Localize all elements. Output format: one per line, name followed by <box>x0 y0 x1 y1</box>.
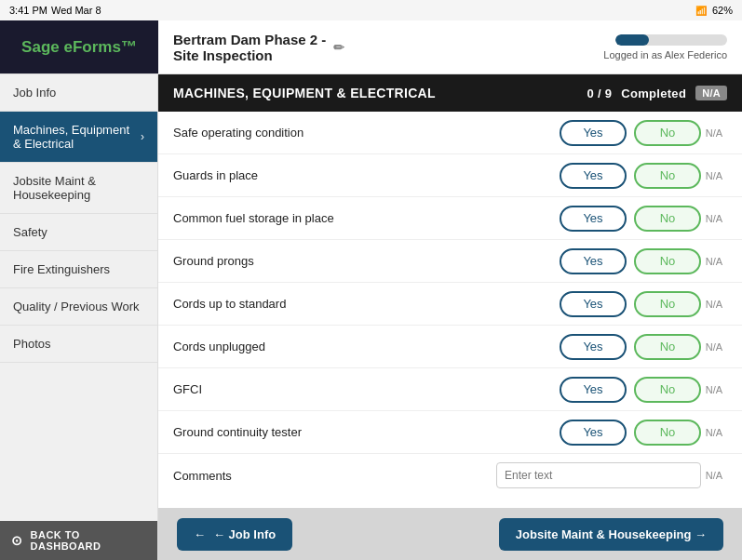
yes-button-continuity[interactable]: Yes <box>560 420 627 446</box>
form-label: Cords up to standard <box>173 297 560 311</box>
form-label: Common fuel storage in place <box>173 211 560 225</box>
progress-bar-fill <box>615 34 649 46</box>
sidebar-item-photos[interactable]: Photos <box>0 326 157 363</box>
form-label: Guards in place <box>173 168 560 182</box>
progress-count: 0 / 9 <box>587 87 612 100</box>
na-label: N/A <box>701 170 727 181</box>
yes-button-gfci[interactable]: Yes <box>560 377 627 403</box>
form-row-cords-unplugged: Cords unplugged Yes No N/A <box>158 326 742 368</box>
app-header: Sage eForms™ Bertram Dam Phase 2 - Site … <box>0 20 742 74</box>
no-button-cords-standard[interactable]: No <box>634 291 701 317</box>
logo-product: eForms™ <box>60 38 137 56</box>
form-row-fuel-storage: Common fuel storage in place Yes No N/A <box>158 197 742 240</box>
form-label: Ground prongs <box>173 254 560 268</box>
form-row-ground-prongs: Ground prongs Yes No N/A <box>158 240 742 283</box>
form-label: GFCI <box>173 382 560 396</box>
form-row-gfci: GFCI Yes No N/A <box>158 368 742 411</box>
battery-text: 62% <box>712 5 733 16</box>
logged-in-text: Logged in as Alex Federico <box>603 49 727 60</box>
logo: Sage eForms™ <box>21 38 137 57</box>
bottom-nav: ← ← Job Info Jobsite Maint & Housekeepin… <box>158 508 742 560</box>
no-button-cords-unplugged[interactable]: No <box>634 334 701 360</box>
sidebar-item-label: Fire Extinguishers <box>13 262 110 276</box>
project-title-text: Bertram Dam Phase 2 - Site Inspection <box>173 32 326 63</box>
prev-button[interactable]: ← ← Job Info <box>177 518 292 551</box>
no-button-guards[interactable]: No <box>634 163 701 189</box>
header-content: Bertram Dam Phase 2 - Site Inspection ✏ … <box>158 32 742 63</box>
form-scroll: Safe operating condition Yes No N/A Guar… <box>158 112 742 508</box>
form-controls: Yes No <box>560 206 701 232</box>
form-controls <box>496 462 701 488</box>
no-button-continuity[interactable]: No <box>634 420 701 446</box>
form-row-cords-standard: Cords up to standard Yes No N/A <box>158 283 742 326</box>
project-subtitle: Site Inspection <box>173 47 326 63</box>
logo-brand: Sage <box>21 38 60 56</box>
sidebar-item-label: Safety <box>13 225 47 239</box>
form-controls: Yes No <box>560 420 701 446</box>
form-label: Comments <box>173 469 496 483</box>
project-title: Bertram Dam Phase 2 - Site Inspection ✏ <box>173 32 344 63</box>
app-body: Job Info Machines, Equipment & Electrica… <box>0 74 742 560</box>
form-controls: Yes No <box>560 163 701 189</box>
form-controls: Yes No <box>560 334 701 360</box>
sidebar-item-jobsite[interactable]: Jobsite Maint & Housekeeping <box>0 163 157 214</box>
completed-badge: N/A <box>695 86 727 100</box>
sidebar-item-label: Jobsite Maint & Housekeeping <box>13 174 144 202</box>
chevron-right-icon: › <box>141 130 144 143</box>
na-label: N/A <box>701 213 727 224</box>
wifi-icon: 📶 <box>695 6 707 16</box>
status-right: 📶 62% <box>695 5 733 16</box>
form-controls: Yes No <box>560 248 701 274</box>
next-button[interactable]: Jobsite Maint & Housekeeping → <box>499 518 723 551</box>
sidebar-item-label: Quality / Previous Work <box>13 300 140 313</box>
header-right: Logged in as Alex Federico <box>603 34 727 60</box>
form-label: Cords unplugged <box>173 340 560 353</box>
status-left: 3:41 PM Wed Mar 8 <box>9 5 101 16</box>
form-controls: Yes No <box>560 120 701 146</box>
no-button-gfci[interactable]: No <box>634 377 701 403</box>
yes-button-fuel[interactable]: Yes <box>560 206 627 232</box>
prev-arrow-icon: ← <box>194 527 206 541</box>
app-container: Sage eForms™ Bertram Dam Phase 2 - Site … <box>0 20 742 560</box>
yes-button-cords-unplugged[interactable]: Yes <box>560 334 627 360</box>
yes-button-cords-standard[interactable]: Yes <box>560 291 627 317</box>
progress-bar-container <box>615 34 727 46</box>
form-label: Safe operating condition <box>173 126 560 140</box>
sidebar-item-fire-extinguishers[interactable]: Fire Extinguishers <box>0 251 157 288</box>
no-button-prongs[interactable]: No <box>634 248 701 274</box>
no-button-fuel[interactable]: No <box>634 206 701 232</box>
edit-icon[interactable]: ✏ <box>333 40 344 55</box>
form-label: Ground continuity tester <box>173 425 560 439</box>
yes-button-safe-operating[interactable]: Yes <box>560 120 627 146</box>
yes-button-guards[interactable]: Yes <box>560 163 627 189</box>
completed-label: Completed <box>621 87 686 100</box>
back-to-dashboard-label: BACK TO DASHBOARD <box>31 529 147 552</box>
sidebar-item-safety[interactable]: Safety <box>0 214 157 251</box>
na-label: N/A <box>701 127 727 139</box>
logo-area: Sage eForms™ <box>0 20 158 73</box>
na-label: N/A <box>701 299 727 310</box>
form-row-continuity-tester: Ground continuity tester Yes No N/A <box>158 411 742 454</box>
status-bar: 3:41 PM Wed Mar 8 📶 62% <box>0 0 742 20</box>
form-row-safe-operating: Safe operating condition Yes No N/A <box>158 112 742 154</box>
section-header: MACHINES, EQUIPMENT & ELECTRICAL 0 / 9 C… <box>158 74 742 112</box>
sidebar-item-label: Photos <box>13 337 50 351</box>
sidebar-item-machines[interactable]: Machines, Equipment & Electrical › <box>0 112 157 163</box>
na-label: N/A <box>701 256 727 267</box>
main-content: MACHINES, EQUIPMENT & ELECTRICAL 0 / 9 C… <box>158 74 742 560</box>
yes-button-prongs[interactable]: Yes <box>560 248 627 274</box>
sidebar-item-job-info[interactable]: Job Info <box>0 74 157 112</box>
back-to-dashboard-button[interactable]: ⊙ BACK TO DASHBOARD <box>0 521 157 560</box>
sidebar-item-label: Machines, Equipment & Electrical <box>13 123 141 151</box>
sidebar: Job Info Machines, Equipment & Electrica… <box>0 74 158 560</box>
comments-input[interactable] <box>496 462 701 488</box>
next-button-label: Jobsite Maint & Housekeeping → <box>516 527 707 541</box>
sidebar-nav: Job Info Machines, Equipment & Electrica… <box>0 74 157 521</box>
sidebar-item-quality[interactable]: Quality / Previous Work <box>0 288 157 326</box>
section-title: MACHINES, EQUIPMENT & ELECTRICAL <box>173 86 436 100</box>
na-label: N/A <box>701 384 727 395</box>
na-label: N/A <box>701 427 727 438</box>
section-header-right: 0 / 9 Completed N/A <box>587 86 727 100</box>
no-button-safe-operating[interactable]: No <box>634 120 701 146</box>
form-controls: Yes No <box>560 377 701 403</box>
